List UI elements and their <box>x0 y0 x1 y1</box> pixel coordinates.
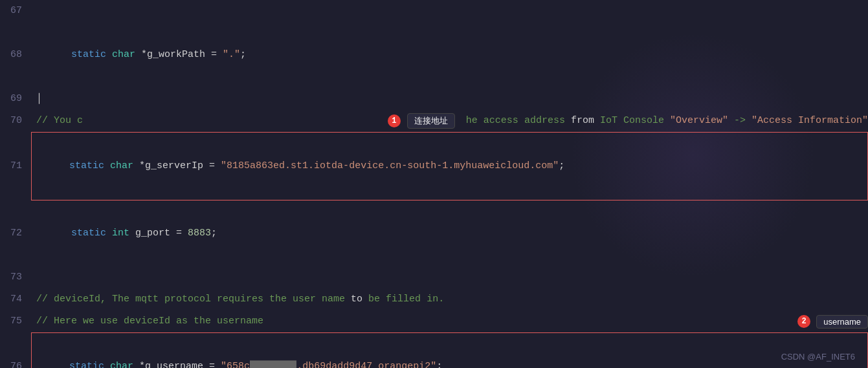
line-content: │ <box>31 88 868 110</box>
line-number: 72 <box>0 222 31 244</box>
badge-1: 1 <box>388 114 401 127</box>
code-line-68: 68 static char *g_workPath = "."; <box>0 22 868 88</box>
code-line-72: 72 static int g_port = 8883; <box>0 200 868 266</box>
line-number: 74 <box>0 288 31 310</box>
code-line-67: 67 <box>0 0 868 22</box>
line-number: 69 <box>0 88 31 110</box>
line-number: 71 <box>0 155 31 177</box>
code-line-69: 69 │ <box>0 88 868 110</box>
code-area: 67 68 static char *g_workPath = "."; 69 … <box>0 0 868 368</box>
line-number: 68 <box>0 44 31 66</box>
line-content: // Here we use deviceId as the username <box>31 310 790 332</box>
line-number: 76 <box>0 356 31 368</box>
line-content-suffix: he access address from IoT Console "Over… <box>455 110 868 132</box>
badge-2: 2 <box>797 315 810 328</box>
code-line-71: 71 static char *g_serverIp = "8185a863ed… <box>0 132 868 200</box>
line-content: // deviceId, The mqtt protocol requires … <box>31 288 868 310</box>
line-number: 75 <box>0 310 31 332</box>
tooltip-1: 连接地址 <box>407 113 455 129</box>
line-content: static char *g_username = "658c████████.… <box>31 332 868 368</box>
code-line-73: 73 <box>0 266 868 288</box>
code-line-76: 76 static char *g_username = "658c██████… <box>0 332 868 368</box>
tooltip-2: username <box>816 315 868 329</box>
line-number: 73 <box>0 266 31 288</box>
code-line-74: 74 // deviceId, The mqtt protocol requir… <box>0 288 868 310</box>
line-number: 67 <box>0 0 31 22</box>
line-content: static char *g_serverIp = "8185a863ed.st… <box>31 132 868 200</box>
csdn-watermark: CSDN @AF_INET6 <box>781 352 855 362</box>
code-line-75: 75 // Here we use deviceId as the userna… <box>0 310 868 332</box>
line-content: static int g_port = 8883; <box>31 200 868 266</box>
line-number: 70 <box>0 110 31 132</box>
code-line-70: 70 // You c 1 连接地址 he access address fro… <box>0 110 868 132</box>
line-content: static char *g_workPath = "."; <box>31 22 868 88</box>
line-content: // You c <box>31 110 388 132</box>
